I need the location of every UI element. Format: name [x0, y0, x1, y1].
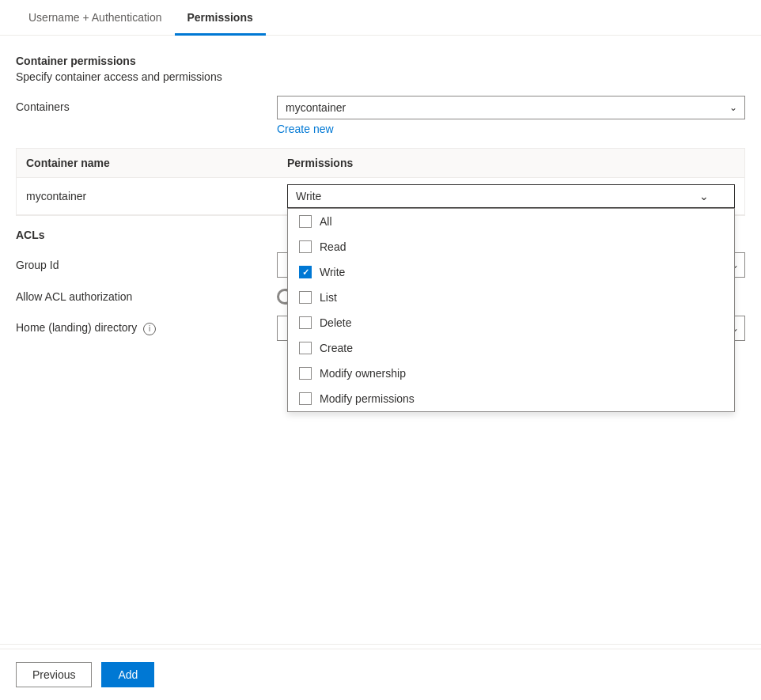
- perm-label-all: All: [320, 215, 332, 228]
- containers-dropdown[interactable]: mycontainer: [277, 96, 745, 119]
- table-header: Container name Permissions: [17, 149, 744, 178]
- perm-checkbox-write[interactable]: [299, 266, 312, 278]
- add-button[interactable]: Add: [101, 662, 154, 687]
- containers-label: Containers: [16, 96, 277, 113]
- perm-label-write: Write: [320, 266, 345, 278]
- perm-checkbox-modify-permissions[interactable]: [299, 392, 312, 405]
- previous-button[interactable]: Previous: [16, 662, 92, 687]
- permissions-table: Container name Permissions mycontainer W…: [16, 148, 745, 216]
- perm-option-delete[interactable]: Delete: [288, 310, 734, 335]
- footer-divider: [0, 644, 761, 645]
- tab-username-auth[interactable]: Username + Authentication: [16, 0, 175, 36]
- permissions-dropdown-wrapper: Write ⌄ All Read: [287, 184, 735, 208]
- perm-checkbox-modify-ownership[interactable]: [299, 367, 312, 380]
- perm-option-read[interactable]: Read: [288, 234, 734, 259]
- group-id-label: Group Id: [16, 259, 277, 271]
- containers-dropdown-wrapper: mycontainer ⌄: [277, 96, 745, 119]
- perm-checkbox-delete[interactable]: [299, 316, 312, 329]
- home-directory-info-icon[interactable]: i: [143, 323, 156, 335]
- containers-control: mycontainer ⌄ Create new: [277, 96, 745, 135]
- allow-acl-label: Allow ACL authorization: [16, 290, 277, 303]
- tab-bar: Username + Authentication Permissions: [0, 0, 761, 36]
- home-directory-label: Home (landing) directory i: [16, 321, 277, 335]
- perm-label-modify-permissions: Modify permissions: [320, 392, 415, 405]
- perm-label-create: Create: [320, 342, 353, 354]
- perm-option-list[interactable]: List: [288, 285, 734, 310]
- table-header-name: Container name: [26, 157, 287, 169]
- perm-checkbox-all[interactable]: [299, 215, 312, 228]
- footer: Previous Add: [0, 649, 761, 700]
- perm-label-delete: Delete: [320, 316, 351, 329]
- perm-option-modify-permissions[interactable]: Modify permissions: [288, 386, 734, 411]
- table-row: mycontainer Write ⌄ All: [17, 178, 744, 215]
- create-new-link[interactable]: Create new: [277, 123, 334, 135]
- permissions-dropdown-button[interactable]: Write ⌄: [287, 184, 735, 208]
- perm-checkbox-read[interactable]: [299, 240, 312, 253]
- perm-label-read: Read: [320, 240, 346, 253]
- perm-option-all[interactable]: All: [288, 209, 734, 234]
- permissions-cell: Write ⌄ All Read: [287, 184, 735, 208]
- table-header-permissions: Permissions: [287, 157, 735, 169]
- perm-option-modify-ownership[interactable]: Modify ownership: [288, 361, 734, 386]
- perm-checkbox-create[interactable]: [299, 342, 312, 354]
- perm-option-write[interactable]: Write: [288, 259, 734, 285]
- container-permissions-desc: Specify container access and permissions: [16, 70, 745, 83]
- perm-label-list: List: [320, 291, 337, 304]
- main-content: Container permissions Specify container …: [0, 55, 761, 341]
- containers-field-row: Containers mycontainer ⌄ Create new: [16, 96, 745, 135]
- home-directory-label-text: Home (landing) directory: [16, 321, 137, 334]
- permissions-dropdown-open: All Read Write List: [287, 208, 735, 412]
- perm-option-create[interactable]: Create: [288, 335, 734, 361]
- container-name-cell: mycontainer: [26, 190, 287, 202]
- tab-permissions[interactable]: Permissions: [175, 0, 266, 36]
- container-permissions-title: Container permissions: [16, 55, 745, 67]
- perm-checkbox-list[interactable]: [299, 291, 312, 304]
- permissions-current-value: Write: [296, 190, 321, 202]
- perm-label-modify-ownership: Modify ownership: [320, 367, 406, 380]
- permissions-chevron-icon: ⌄: [699, 190, 709, 202]
